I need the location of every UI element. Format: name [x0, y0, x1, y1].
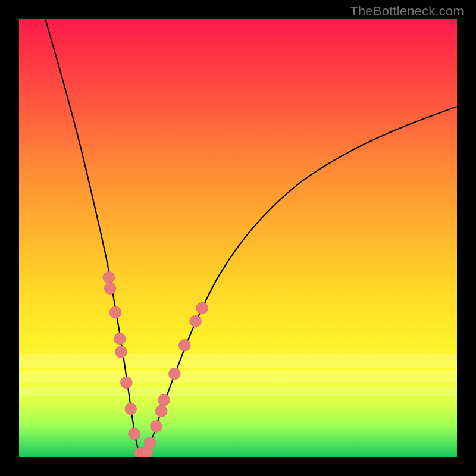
data-dot: [109, 306, 121, 318]
watermark-text: TheBottleneck.com: [350, 4, 464, 19]
data-dots: [103, 271, 208, 457]
chart-svg: [19, 19, 457, 457]
data-dot: [120, 377, 132, 389]
data-dot: [168, 368, 180, 380]
plot-area: [19, 19, 457, 457]
data-dot: [158, 394, 170, 406]
bottleneck-curve: [45, 19, 457, 455]
data-dot: [103, 271, 115, 283]
outer-frame: TheBottleneck.com: [0, 0, 476, 476]
data-dot: [190, 315, 202, 327]
data-dot: [129, 428, 140, 440]
data-dot: [196, 302, 208, 314]
data-dot: [115, 346, 127, 358]
data-dot: [150, 421, 162, 433]
data-dot: [114, 333, 126, 345]
data-dot: [178, 339, 190, 351]
data-dot: [155, 405, 167, 417]
data-dot: [104, 283, 116, 295]
data-dot: [144, 437, 156, 449]
data-dot: [125, 403, 137, 415]
